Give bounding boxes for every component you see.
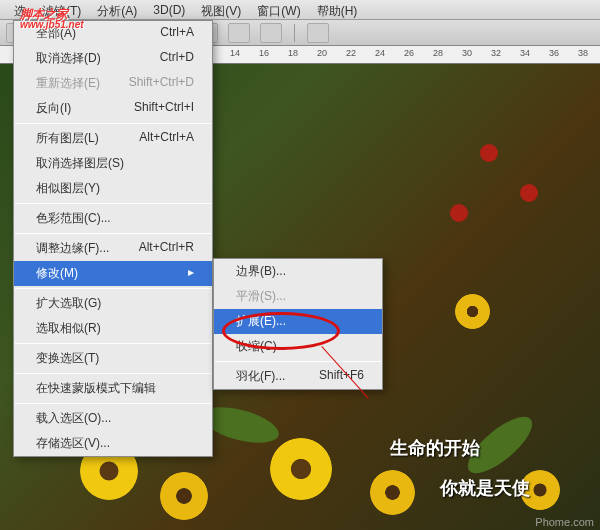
menu-item[interactable]: 色彩范围(C)... <box>14 206 212 231</box>
menu-item-label: 变换选区(T) <box>36 350 99 367</box>
menu-item-label: 存储选区(V)... <box>36 435 110 452</box>
tool-btn[interactable] <box>228 23 250 43</box>
menu-item[interactable]: 调整边缘(F)...Alt+Ctrl+R <box>14 236 212 261</box>
menu-item-label: 所有图层(L) <box>36 130 99 147</box>
ruler-tick: 30 <box>462 48 472 58</box>
menu-item[interactable]: 选取相似(R) <box>14 316 212 341</box>
menu-item[interactable]: 相似图层(Y) <box>14 176 212 201</box>
ruler-tick: 32 <box>491 48 501 58</box>
menu-item-label: 扩大选取(G) <box>36 295 101 312</box>
menu-item-shortcut: Ctrl+A <box>160 25 194 42</box>
submenu-item[interactable]: 边界(B)... <box>214 259 382 284</box>
modify-submenu: 边界(B)...平滑(S)...扩展(E)...收缩(C)...羽化(F)...… <box>213 258 383 390</box>
ruler-tick: 26 <box>404 48 414 58</box>
menu-item[interactable]: 帮助(H) <box>309 0 366 19</box>
menu-item-label: 取消选择(D) <box>36 50 101 67</box>
menu-item-shortcut: Shift+Ctrl+D <box>129 75 194 92</box>
menu-separator <box>15 403 211 404</box>
menu-item-shortcut: Ctrl+D <box>160 50 194 67</box>
menu-item-label: 平滑(S)... <box>236 288 286 305</box>
menu-separator <box>15 288 211 289</box>
menu-item-label: 取消选择图层(S) <box>36 155 124 172</box>
submenu-item[interactable]: 扩展(E)... <box>214 309 382 334</box>
menu-item-label: 边界(B)... <box>236 263 286 280</box>
menu-separator <box>15 233 211 234</box>
menu-item[interactable]: 修改(M) <box>14 261 212 286</box>
menu-item-label: 羽化(F)... <box>236 368 285 385</box>
ruler-tick: 18 <box>288 48 298 58</box>
menu-item[interactable]: 载入选区(O)... <box>14 406 212 431</box>
menu-item[interactable]: 窗口(W) <box>249 0 308 19</box>
menubar: 选滤镜(T)分析(A)3D(D)视图(V)窗口(W)帮助(H) <box>0 0 600 20</box>
menu-item-shortcut: Shift+F6 <box>319 368 364 385</box>
ruler-tick: 36 <box>549 48 559 58</box>
menu-item-label: 调整边缘(F)... <box>36 240 109 257</box>
ruler-tick: 16 <box>259 48 269 58</box>
menu-separator <box>15 343 211 344</box>
submenu-item: 平滑(S)... <box>214 284 382 309</box>
ruler-tick: 38 <box>578 48 588 58</box>
menu-item[interactable]: 分析(A) <box>89 0 145 19</box>
menu-separator <box>15 123 211 124</box>
menu-item-shortcut: Alt+Ctrl+R <box>139 240 194 257</box>
menu-separator <box>15 203 211 204</box>
menu-item-label: 相似图层(Y) <box>36 180 100 197</box>
menu-item-label: 选取相似(R) <box>36 320 101 337</box>
select-menu-dropdown: 全部(A)Ctrl+A取消选择(D)Ctrl+D重新选择(E)Shift+Ctr… <box>13 20 213 457</box>
caption-line2: 你就是天使 <box>440 476 530 500</box>
ruler-tick: 24 <box>375 48 385 58</box>
watermark-corner: Phome.com <box>535 516 594 528</box>
separator <box>294 24 295 42</box>
menu-separator <box>215 361 381 362</box>
menu-item[interactable]: 视图(V) <box>193 0 249 19</box>
site-watermark: 脚本之家 www.jb51.net <box>20 2 84 30</box>
menu-item-label: 修改(M) <box>36 265 78 282</box>
menu-item[interactable]: 在快速蒙版模式下编辑 <box>14 376 212 401</box>
menu-item[interactable]: 3D(D) <box>145 0 193 19</box>
menu-item: 重新选择(E)Shift+Ctrl+D <box>14 71 212 96</box>
watermark-url: www.jb51.net <box>20 19 84 30</box>
menu-item-shortcut: Alt+Ctrl+A <box>139 130 194 147</box>
ruler-tick: 14 <box>230 48 240 58</box>
menu-item-label: 扩展(E)... <box>236 313 286 330</box>
menu-item-label: 反向(I) <box>36 100 71 117</box>
menu-item[interactable]: 取消选择图层(S) <box>14 151 212 176</box>
menu-item-label: 重新选择(E) <box>36 75 100 92</box>
menu-item-label: 在快速蒙版模式下编辑 <box>36 380 156 397</box>
ruler-tick: 28 <box>433 48 443 58</box>
ruler-tick: 20 <box>317 48 327 58</box>
menu-item-label: 色彩范围(C)... <box>36 210 111 227</box>
submenu-item[interactable]: 羽化(F)...Shift+F6 <box>214 364 382 389</box>
tool-btn[interactable] <box>260 23 282 43</box>
tool-btn[interactable] <box>307 23 329 43</box>
menu-item-label: 载入选区(O)... <box>36 410 111 427</box>
menu-item-shortcut: Shift+Ctrl+I <box>134 100 194 117</box>
menu-item[interactable]: 变换选区(T) <box>14 346 212 371</box>
menu-item[interactable]: 反向(I)Shift+Ctrl+I <box>14 96 212 121</box>
menu-item[interactable]: 取消选择(D)Ctrl+D <box>14 46 212 71</box>
ruler-tick: 22 <box>346 48 356 58</box>
caption-line1: 生命的开始 <box>390 436 480 460</box>
menu-item-label: 收缩(C)... <box>236 338 287 355</box>
menu-item[interactable]: 所有图层(L)Alt+Ctrl+A <box>14 126 212 151</box>
ruler-tick: 34 <box>520 48 530 58</box>
menu-separator <box>15 373 211 374</box>
submenu-item[interactable]: 收缩(C)... <box>214 334 382 359</box>
menu-item[interactable]: 存储选区(V)... <box>14 431 212 456</box>
menu-item[interactable]: 扩大选取(G) <box>14 291 212 316</box>
